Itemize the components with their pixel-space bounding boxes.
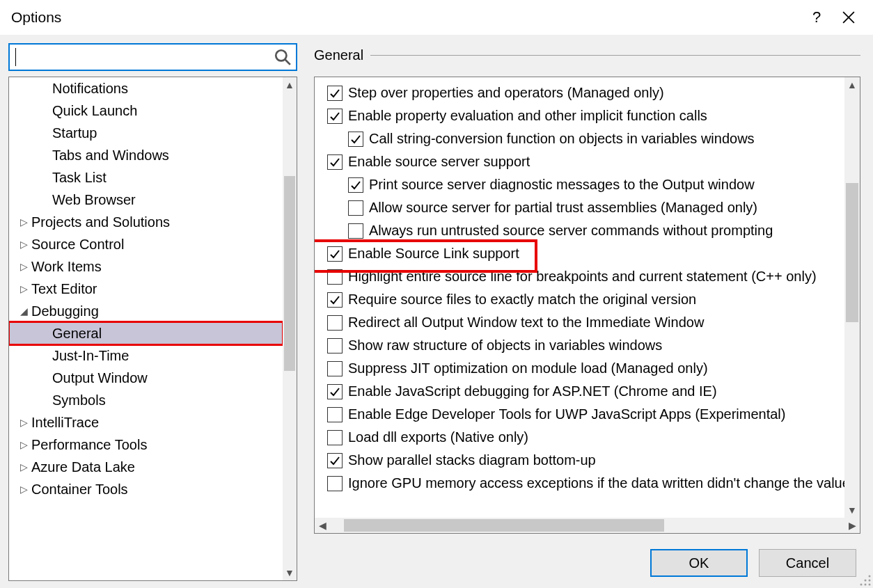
option-label[interactable]: Enable Edge Developer Tools for UWP Java… bbox=[348, 406, 785, 422]
option-checkbox[interactable] bbox=[327, 338, 343, 353]
tree-item[interactable]: Symbols bbox=[9, 389, 283, 411]
tree-item[interactable]: Just-In-Time bbox=[9, 344, 283, 367]
chevron-right-icon[interactable]: ▷ bbox=[19, 216, 29, 228]
option-checkbox[interactable] bbox=[327, 292, 343, 308]
option-checkbox[interactable] bbox=[327, 453, 343, 468]
option-checkbox[interactable] bbox=[327, 476, 343, 491]
option-checkbox[interactable] bbox=[327, 269, 343, 285]
tree-item[interactable]: Web Browser bbox=[9, 189, 283, 211]
chevron-right-icon[interactable]: ▷ bbox=[19, 283, 29, 294]
scroll-track[interactable] bbox=[844, 93, 860, 502]
search-icon bbox=[274, 48, 292, 66]
tree-item[interactable]: ▷Azure Data Lake bbox=[9, 456, 283, 478]
option-row: Enable Edge Developer Tools for UWP Java… bbox=[315, 403, 844, 426]
svg-point-2 bbox=[276, 50, 286, 61]
chevron-right-icon[interactable]: ▷ bbox=[19, 261, 29, 272]
svg-point-8 bbox=[865, 584, 867, 586]
scroll-thumb[interactable] bbox=[284, 176, 295, 371]
scroll-right-icon[interactable]: ▶ bbox=[844, 518, 860, 533]
scroll-track[interactable] bbox=[330, 518, 844, 533]
option-label[interactable]: Require source files to exactly match th… bbox=[348, 292, 696, 308]
scroll-up-icon[interactable]: ▲ bbox=[283, 77, 297, 93]
option-row: Allow source server for partial trust as… bbox=[315, 196, 844, 219]
option-label[interactable]: Enable source server support bbox=[348, 154, 530, 170]
tree-item[interactable]: ▷Text Editor bbox=[9, 278, 283, 300]
tree-item[interactable]: ▷Performance Tools bbox=[9, 434, 283, 456]
option-label[interactable]: Enable JavaScript debugging for ASP.NET … bbox=[348, 383, 717, 399]
chevron-right-icon[interactable]: ▷ bbox=[19, 417, 29, 428]
category-tree[interactable]: NotificationsQuick LaunchStartupTabs and… bbox=[8, 77, 297, 581]
chevron-right-icon[interactable]: ▷ bbox=[19, 484, 29, 495]
option-checkbox[interactable] bbox=[327, 154, 343, 170]
tree-item[interactable]: General bbox=[9, 322, 283, 344]
tree-item[interactable]: ▷Work Items bbox=[9, 255, 283, 278]
scroll-up-icon[interactable]: ▲ bbox=[844, 77, 860, 93]
tree-item[interactable]: ▷Source Control bbox=[9, 233, 283, 255]
tree-item[interactable]: ▷Projects and Solutions bbox=[9, 211, 283, 233]
option-checkbox[interactable] bbox=[327, 407, 343, 422]
option-label[interactable]: Highlight entire source line for breakpo… bbox=[348, 269, 817, 285]
option-label[interactable]: Load dll exports (Native only) bbox=[348, 429, 528, 445]
options-vertical-scrollbar[interactable]: ▲ ▼ bbox=[844, 77, 860, 518]
option-checkbox[interactable] bbox=[348, 177, 363, 193]
option-label[interactable]: Always run untrusted source server comma… bbox=[369, 223, 773, 239]
scroll-thumb[interactable] bbox=[344, 519, 664, 532]
chevron-down-icon[interactable]: ◢ bbox=[19, 305, 29, 317]
scroll-down-icon[interactable]: ▼ bbox=[283, 565, 297, 580]
option-checkbox[interactable] bbox=[327, 430, 343, 445]
option-checkbox[interactable] bbox=[327, 315, 343, 331]
tree-item[interactable]: Tabs and Windows bbox=[9, 144, 283, 166]
option-checkbox[interactable] bbox=[327, 86, 343, 101]
option-label[interactable]: Call string-conversion function on objec… bbox=[369, 131, 755, 147]
resize-grip-icon[interactable] bbox=[859, 574, 872, 587]
options-horizontal-scrollbar[interactable]: ◀ ▶ bbox=[315, 518, 860, 533]
option-label[interactable]: Suppress JIT optimization on module load… bbox=[348, 360, 708, 376]
option-checkbox[interactable] bbox=[348, 200, 363, 216]
option-label[interactable]: Step over properties and operators (Mana… bbox=[348, 85, 664, 101]
option-label[interactable]: Allow source server for partial trust as… bbox=[369, 200, 757, 216]
tree-item[interactable]: Quick Launch bbox=[9, 100, 283, 122]
svg-line-3 bbox=[285, 59, 290, 65]
scroll-track[interactable] bbox=[283, 93, 297, 565]
option-checkbox[interactable] bbox=[348, 223, 363, 239]
tree-item[interactable]: ◢Debugging bbox=[9, 300, 283, 322]
tree-item-label: Web Browser bbox=[52, 192, 136, 208]
search-input[interactable] bbox=[16, 49, 274, 66]
scroll-thumb[interactable] bbox=[846, 183, 858, 322]
help-button[interactable]: ? bbox=[801, 3, 833, 31]
scroll-down-icon[interactable]: ▼ bbox=[844, 502, 860, 518]
options-list: Step over properties and operators (Mana… bbox=[314, 77, 860, 534]
options-search[interactable] bbox=[8, 43, 297, 71]
cancel-button[interactable]: Cancel bbox=[759, 549, 856, 577]
option-checkbox[interactable] bbox=[327, 384, 343, 399]
option-checkbox[interactable] bbox=[327, 361, 343, 376]
option-label[interactable]: Ignore GPU memory access exceptions if t… bbox=[348, 475, 844, 491]
close-button[interactable] bbox=[833, 3, 865, 31]
option-label[interactable]: Redirect all Output Window text to the I… bbox=[348, 315, 704, 331]
option-checkbox[interactable] bbox=[327, 246, 343, 262]
options-items: Step over properties and operators (Mana… bbox=[315, 77, 844, 518]
option-checkbox[interactable] bbox=[327, 109, 343, 124]
window-title: Options bbox=[11, 9, 801, 26]
option-label[interactable]: Enable property evaluation and other imp… bbox=[348, 108, 707, 124]
option-label[interactable]: Print source server diagnostic messages … bbox=[369, 177, 755, 193]
tree-item[interactable]: ▷IntelliTrace bbox=[9, 411, 283, 434]
svg-point-5 bbox=[865, 580, 867, 582]
tree-item[interactable]: Output Window bbox=[9, 367, 283, 389]
tree-item[interactable]: Startup bbox=[9, 122, 283, 144]
ok-button[interactable]: OK bbox=[650, 549, 748, 577]
tree-item[interactable]: Task List bbox=[9, 166, 283, 189]
tree-item-label: Projects and Solutions bbox=[31, 214, 170, 230]
chevron-right-icon[interactable]: ▷ bbox=[19, 239, 29, 250]
tree-item[interactable]: ▷Container Tools bbox=[9, 478, 283, 500]
option-checkbox[interactable] bbox=[348, 132, 363, 147]
chevron-right-icon[interactable]: ▷ bbox=[19, 461, 29, 472]
option-label[interactable]: Enable Source Link support bbox=[348, 246, 519, 262]
scroll-left-icon[interactable]: ◀ bbox=[315, 518, 330, 533]
chevron-right-icon[interactable]: ▷ bbox=[19, 439, 29, 450]
option-label[interactable]: Show raw structure of objects in variabl… bbox=[348, 337, 662, 353]
tree-item[interactable]: Notifications bbox=[9, 77, 283, 100]
option-label[interactable]: Show parallel stacks diagram bottom-up bbox=[348, 452, 596, 468]
help-icon: ? bbox=[812, 8, 821, 26]
tree-vertical-scrollbar[interactable]: ▲ ▼ bbox=[283, 77, 297, 580]
